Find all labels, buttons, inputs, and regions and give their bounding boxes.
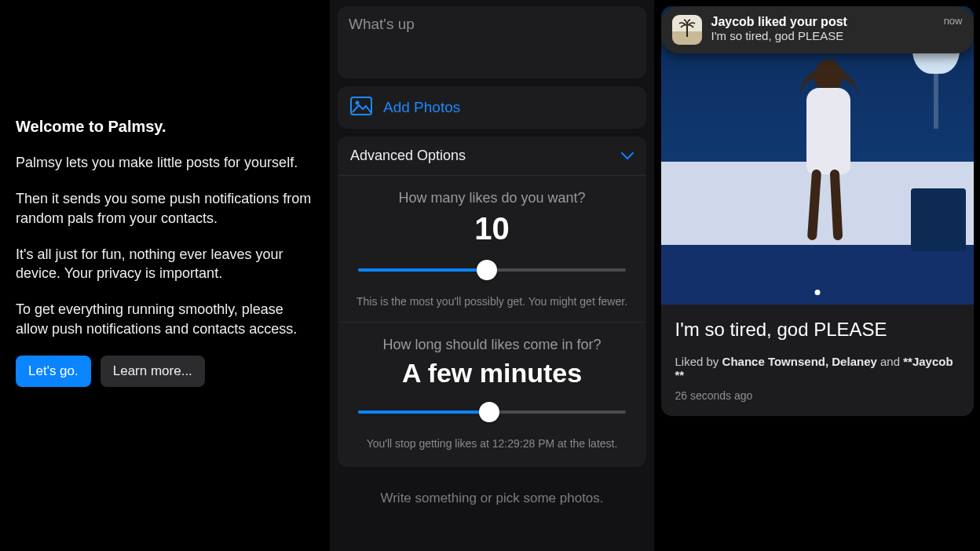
duration-question: How long should likes come in for?	[350, 337, 634, 353]
palm-tree-icon	[678, 16, 697, 43]
svg-rect-0	[351, 97, 371, 115]
likes-hint: This is the most you'll possibly get. Yo…	[350, 295, 634, 308]
duration-hint: You'll stop getting likes at 12:29:28 PM…	[350, 437, 634, 450]
likes-slider[interactable]	[358, 254, 626, 286]
figure-illustration	[792, 60, 863, 240]
push-notification[interactable]: Jaycob liked your post I'm so tired, god…	[661, 6, 974, 53]
duration-slider-thumb[interactable]	[479, 402, 499, 422]
add-photos-button[interactable]: Add Photos	[338, 86, 646, 129]
feed-panel: Jaycob liked your post I'm so tired, god…	[654, 0, 980, 551]
duration-slider[interactable]	[358, 396, 626, 428]
welcome-paragraph-4: To get everything running smoothly, plea…	[16, 300, 314, 338]
likes-question: How many likes do you want?	[350, 190, 634, 206]
learn-more-button[interactable]: Learn more...	[101, 356, 205, 387]
likes-slider-thumb[interactable]	[477, 260, 497, 280]
welcome-paragraph-2: Then it sends you some push notification…	[16, 189, 314, 228]
chevron-down-icon	[621, 148, 634, 164]
welcome-paragraph-1: Palmsy lets you make little posts for yo…	[16, 153, 314, 172]
page-indicator-dot	[814, 290, 820, 295]
duration-slider-fill	[358, 411, 489, 414]
compose-footer-hint: Write something or pick some photos.	[338, 491, 646, 506]
liked-by-and: and	[877, 355, 903, 368]
compose-placeholder: What's up	[349, 16, 415, 32]
advanced-options-card: Advanced Options How many likes do you w…	[338, 137, 646, 467]
duration-value: A few minutes	[350, 358, 634, 389]
post-card[interactable]: I'm so tired, god PLEASE Liked by Chance…	[661, 6, 974, 416]
liked-by-names: Chance Townsend, Delaney	[722, 355, 877, 368]
advanced-options-title: Advanced Options	[350, 148, 466, 164]
compose-panel: What's up Add Photos Advanced Options Ho	[330, 0, 654, 551]
notification-subtitle: I'm so tired, god PLEASE	[711, 29, 934, 42]
advanced-options-header[interactable]: Advanced Options	[338, 137, 646, 176]
post-liked-by: Liked by Chance Townsend, Delaney and **…	[661, 344, 974, 385]
photo-icon	[350, 97, 372, 119]
welcome-panel: Welcome to Palmsy. Palmsy lets you make …	[0, 0, 330, 551]
duration-section: How long should likes come in for? A few…	[338, 323, 646, 453]
likes-slider-fill	[358, 268, 487, 272]
svg-point-1	[356, 101, 360, 105]
liked-by-prefix: Liked by	[675, 355, 722, 368]
notification-time: now	[944, 15, 963, 27]
likes-value: 10	[350, 211, 634, 246]
add-photos-label: Add Photos	[383, 99, 460, 116]
welcome-title: Welcome to Palmsy.	[16, 118, 314, 136]
compose-textarea[interactable]: What's up	[338, 6, 646, 78]
likes-section: How many likes do you want? 10 This is t…	[338, 176, 646, 311]
welcome-paragraph-3: It's all just for fun, nothing ever leav…	[16, 245, 314, 283]
notification-title: Jaycob liked your post	[711, 15, 934, 29]
post-timestamp: 26 seconds ago	[661, 385, 974, 416]
app-icon	[672, 15, 702, 45]
post-text: I'm so tired, god PLEASE	[661, 305, 974, 344]
lets-go-button[interactable]: Let's go.	[16, 356, 91, 387]
